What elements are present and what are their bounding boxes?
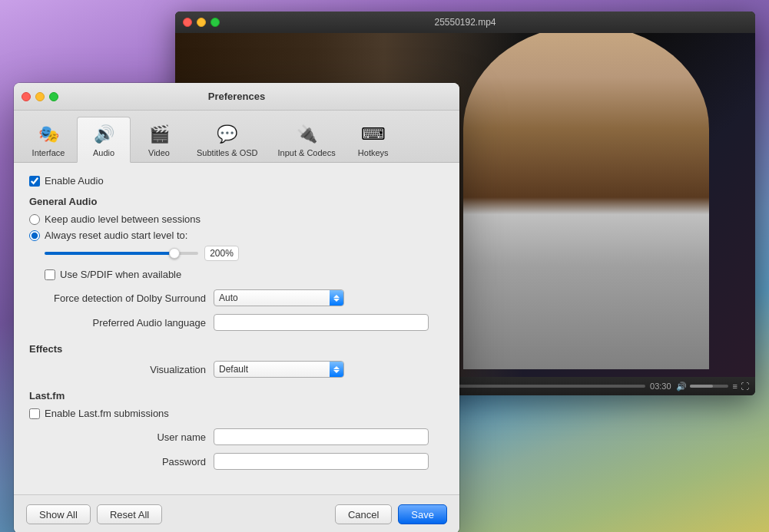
viz-arrow-up-icon	[333, 366, 340, 369]
always-reset-row: Always reset audio start level to:	[29, 230, 444, 241]
tab-audio-label: Audio	[93, 148, 114, 157]
lastfm-enable-row: Enable Last.fm submissions	[29, 408, 444, 419]
enable-audio-checkbox[interactable]	[29, 176, 40, 187]
dialog-titlebar: Preferences	[14, 83, 459, 111]
preferred-lang-row: Preferred Audio language	[29, 314, 444, 331]
volume-bar[interactable]	[690, 385, 728, 388]
username-input[interactable]	[214, 428, 429, 445]
tab-interface[interactable]: 🎭 Interface	[22, 117, 75, 162]
tab-input[interactable]: 🔌 Input & Codecs	[268, 117, 344, 162]
lastfm-section: Last.fm Enable Last.fm submissions User …	[29, 390, 444, 470]
visualization-arrows	[330, 362, 343, 377]
lastfm-checkbox[interactable]	[29, 408, 40, 419]
input-icon: 🔌	[294, 122, 319, 147]
subtitles-icon: 💬	[215, 122, 240, 147]
dialog-content: Enable Audio General Audio Keep audio le…	[14, 163, 459, 494]
equalizer-icon[interactable]: ≡	[733, 382, 738, 391]
dialog-close-button[interactable]	[22, 92, 31, 101]
tab-subtitles-label: Subtitles & OSD	[197, 148, 257, 157]
effects-section: Effects Visualization Default	[29, 343, 444, 378]
control-icons: ≡ ⛶	[733, 382, 749, 391]
username-label: User name	[29, 431, 214, 443]
keep-audio-row: Keep audio level between sessions	[29, 213, 444, 225]
slider-value: 200%	[204, 246, 239, 261]
visualization-row: Visualization Default	[29, 361, 444, 378]
visualization-label: Visualization	[29, 364, 214, 375]
spdif-label[interactable]: Use S/PDIF when available	[60, 269, 181, 280]
lastfm-label-text[interactable]: Enable Last.fm submissions	[45, 408, 169, 419]
tab-subtitles[interactable]: 💬 Subtitles & OSD	[187, 117, 267, 162]
fullscreen-icon[interactable]: ⛶	[741, 382, 749, 391]
username-row: User name	[29, 428, 444, 445]
visualization-value: Default	[214, 364, 330, 375]
volume-fill	[690, 385, 713, 388]
dialog-maximize-button[interactable]	[49, 92, 58, 101]
preferences-dialog: Preferences 🎭 Interface 🔊 Audio 🎬 Video …	[14, 83, 459, 532]
dolby-value: Auto	[214, 292, 330, 303]
always-reset-radio[interactable]	[29, 230, 40, 241]
keep-audio-radio[interactable]	[29, 214, 40, 225]
tab-input-label: Input & Codecs	[277, 148, 335, 157]
volume-area: 🔊	[676, 382, 728, 392]
left-buttons: Show All Reset All	[26, 504, 162, 524]
cancel-button[interactable]: Cancel	[335, 504, 392, 524]
tab-video-label: Video	[148, 148, 170, 157]
slider-thumb	[169, 248, 180, 259]
keep-audio-label[interactable]: Keep audio level between sessions	[45, 213, 201, 225]
always-reset-label[interactable]: Always reset audio start level to:	[45, 230, 187, 241]
audio-icon: 🔊	[91, 122, 116, 147]
video-title: 25550192.mp4	[434, 17, 496, 28]
tab-hotkeys[interactable]: ⌨ Hotkeys	[346, 117, 400, 162]
enable-audio-label[interactable]: Enable Audio	[45, 175, 104, 187]
lastfm-label: Last.fm	[29, 390, 444, 401]
interface-icon: 🎭	[36, 122, 61, 147]
arrow-down-icon	[333, 299, 340, 302]
dolby-row: Force detection of Dolby Surround Auto	[29, 289, 444, 306]
reset-all-button[interactable]: Reset All	[97, 504, 162, 524]
preferred-lang-label: Preferred Audio language	[29, 317, 214, 329]
video-icon: 🎬	[147, 122, 171, 147]
general-audio-section: General Audio Keep audio level between s…	[29, 196, 444, 331]
video-time: 03:30	[650, 382, 671, 391]
tab-interface-label: Interface	[32, 148, 65, 157]
video-minimize-button[interactable]	[197, 18, 206, 27]
preferred-lang-input[interactable]	[214, 314, 429, 331]
dolby-select[interactable]: Auto	[214, 289, 344, 306]
tab-hotkeys-label: Hotkeys	[358, 148, 389, 157]
dialog-minimize-button[interactable]	[35, 92, 45, 101]
dialog-title: Preferences	[208, 91, 265, 102]
tab-audio[interactable]: 🔊 Audio	[77, 117, 131, 163]
video-titlebar: 25550192.mp4	[175, 12, 755, 33]
show-all-button[interactable]: Show All	[26, 504, 91, 524]
password-label: Password	[29, 456, 214, 468]
password-row: Password	[29, 453, 444, 470]
general-audio-label: General Audio	[29, 196, 444, 207]
save-button[interactable]: Save	[398, 504, 447, 524]
viz-arrow-down-icon	[333, 370, 340, 373]
dialog-footer: Show All Reset All Cancel Save	[14, 494, 459, 532]
dolby-arrows	[330, 290, 343, 306]
video-maximize-button[interactable]	[210, 18, 220, 27]
tab-video[interactable]: 🎬 Video	[132, 117, 186, 162]
spdif-checkbox[interactable]	[45, 269, 55, 280]
visualization-select[interactable]: Default	[214, 361, 344, 378]
video-close-button[interactable]	[183, 18, 192, 27]
audio-level-slider-row: 200%	[45, 246, 444, 261]
audio-level-slider[interactable]	[45, 252, 198, 255]
effects-label: Effects	[29, 343, 444, 355]
tab-bar: 🎭 Interface 🔊 Audio 🎬 Video 💬 Subtitles …	[14, 111, 459, 163]
dolby-label: Force detection of Dolby Surround	[29, 292, 214, 304]
password-input[interactable]	[214, 453, 429, 470]
arrow-up-icon	[333, 295, 340, 298]
hotkeys-icon: ⌨	[361, 122, 386, 147]
volume-icon[interactable]: 🔊	[676, 382, 687, 392]
spdif-row: Use S/PDIF when available	[45, 269, 444, 280]
enable-audio-row: Enable Audio	[29, 175, 444, 187]
right-buttons: Cancel Save	[335, 504, 447, 524]
dialog-traffic-lights	[22, 92, 58, 101]
